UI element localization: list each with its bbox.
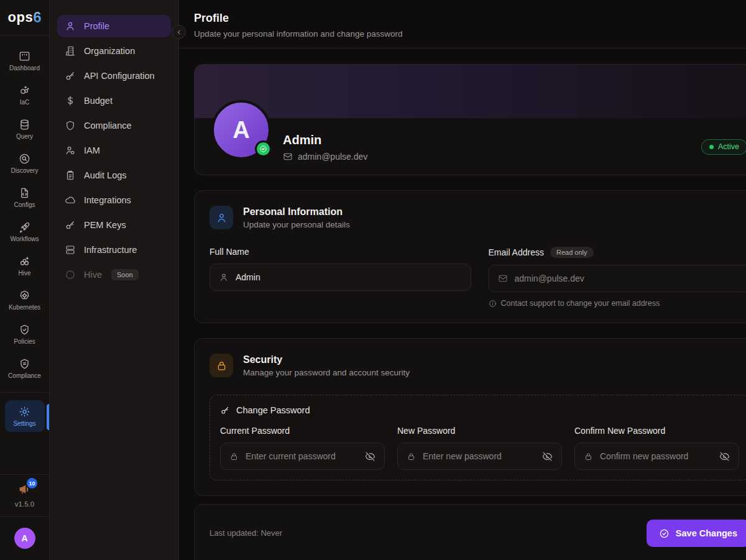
- sidebar-item-hive: Hive Soon: [57, 264, 171, 286]
- sidebar-item-infrastructure[interactable]: Infrastructure: [57, 239, 171, 261]
- logo-glyph: 6: [33, 9, 41, 26]
- key-icon: [65, 219, 76, 231]
- save-changes-button[interactable]: Save Changes: [647, 520, 746, 547]
- sidebar-item-audit-logs[interactable]: Audit Logs: [57, 164, 171, 186]
- sidebar-item-profile[interactable]: Profile: [57, 15, 171, 37]
- rail-item-query[interactable]: Query: [2, 119, 48, 140]
- app-root: ops6 Dashboard IaC Query Discovery Confi…: [0, 0, 746, 560]
- profile-name: Admin: [283, 133, 367, 147]
- search-circle-icon: [19, 153, 30, 165]
- scroll-area: A Admin admin@pulse.dev: [179, 48, 746, 560]
- gear-icon: [19, 406, 30, 418]
- profile-hero-card: A Admin admin@pulse.dev: [194, 64, 746, 175]
- sidebar-item-iam[interactable]: IAM: [57, 139, 171, 162]
- confirm-password-input[interactable]: [600, 451, 712, 461]
- sidebar-item-integrations[interactable]: Integrations: [57, 189, 171, 211]
- shield-check-icon: [19, 324, 30, 336]
- status-dot-icon: [709, 145, 714, 149]
- section-subtitle: Manage your password and account securit…: [243, 368, 410, 377]
- rail-item-settings[interactable]: Settings: [5, 400, 45, 432]
- change-password-box: Change Password Current Password: [210, 395, 746, 480]
- check-icon: [259, 145, 267, 153]
- rail-item-configs[interactable]: Configs: [2, 187, 48, 208]
- user-icon: [219, 272, 229, 282]
- user-avatar[interactable]: A: [14, 528, 35, 549]
- sidebar-item-organization[interactable]: Organization: [57, 40, 171, 62]
- verified-badge: [255, 140, 272, 157]
- notification-count-badge: 10: [27, 478, 37, 489]
- circle-icon: [65, 269, 76, 280]
- rail-item-policies[interactable]: Policies: [2, 324, 48, 345]
- profile-email: admin@pulse.dev: [298, 152, 367, 162]
- dollar-icon: [65, 95, 76, 106]
- confirm-password-field-wrap: [574, 443, 739, 470]
- binoculars-icon: [19, 255, 30, 267]
- eye-off-icon: [719, 451, 730, 462]
- current-password-input[interactable]: [246, 451, 358, 461]
- toggle-new-password-visibility[interactable]: [542, 451, 553, 462]
- icon-rail: ops6 Dashboard IaC Query Discovery Confi…: [0, 0, 50, 560]
- info-icon: [489, 300, 497, 308]
- page-header: Profile Update your personal information…: [179, 0, 746, 48]
- server-icon: [65, 244, 76, 255]
- kubernetes-icon: [19, 290, 30, 301]
- status-badge: Active: [701, 139, 746, 155]
- rail-item-iac[interactable]: IaC: [2, 85, 48, 106]
- rail-item-kubernetes[interactable]: Kubernetes: [2, 290, 48, 311]
- rail-item-compliance[interactable]: Compliance: [2, 358, 48, 379]
- collapse-sidebar-button[interactable]: [172, 25, 186, 39]
- mail-icon: [498, 273, 508, 283]
- section-title: Security: [243, 354, 410, 365]
- mail-icon: [283, 152, 293, 162]
- version-label: v1.5.0: [15, 500, 34, 508]
- key-icon: [220, 405, 230, 415]
- security-icon-tile: [210, 354, 233, 377]
- full-name-field-wrap: [210, 264, 471, 291]
- full-name-input[interactable]: [236, 272, 462, 282]
- lock-icon: [584, 452, 593, 461]
- rail-item-discovery[interactable]: Discovery: [2, 153, 48, 174]
- full-name-label: Full Name: [210, 247, 471, 257]
- section-title: Personal Information: [243, 206, 350, 218]
- profile-avatar: A: [211, 100, 271, 160]
- eye-off-icon: [365, 451, 375, 462]
- rail-item-hive[interactable]: Hive: [2, 255, 48, 277]
- confirm-password-label: Confirm New Password: [574, 426, 739, 436]
- sidebar-item-compliance[interactable]: Compliance: [57, 114, 171, 137]
- check-circle-icon: [659, 528, 670, 539]
- version-block: 10 v1.5.0: [0, 475, 49, 516]
- sidebar-item-budget[interactable]: Budget: [57, 90, 171, 112]
- announcements-button[interactable]: 10: [18, 483, 31, 496]
- sidebar-item-api-configuration[interactable]: API Configuration: [57, 65, 171, 87]
- users-icon: [65, 145, 76, 156]
- main-content: Profile Update your personal information…: [179, 0, 746, 560]
- logo[interactable]: ops6: [0, 0, 49, 35]
- toggle-confirm-password-visibility[interactable]: [719, 451, 730, 462]
- rail-item-dashboard[interactable]: Dashboard: [2, 50, 48, 71]
- lock-icon: [229, 452, 239, 461]
- clipboard-icon: [65, 170, 76, 181]
- change-password-title: Change Password: [236, 405, 310, 415]
- shield-lines-icon: [19, 358, 30, 370]
- active-rail-indicator: [47, 404, 49, 430]
- toggle-current-password-visibility[interactable]: [365, 451, 375, 462]
- current-password-label: Current Password: [220, 426, 385, 436]
- new-password-input[interactable]: [423, 451, 535, 461]
- save-footer-card: Last updated: Never Save Changes: [194, 504, 746, 560]
- rail-item-workflows[interactable]: Workflows: [2, 221, 48, 242]
- database-icon: [19, 119, 30, 131]
- sidebar-item-pem-keys[interactable]: PEM Keys: [57, 214, 171, 236]
- email-field-wrap: [489, 265, 746, 292]
- logo-text: ops: [8, 9, 34, 25]
- new-password-label: New Password: [397, 426, 562, 436]
- section-subtitle: Update your personal details: [243, 220, 350, 229]
- iac-icon: [19, 85, 30, 96]
- new-password-field-wrap: [397, 443, 562, 470]
- personal-info-icon-tile: [210, 206, 233, 229]
- personal-information-card: Personal Information Update your persona…: [194, 190, 746, 323]
- soon-badge: Soon: [111, 269, 139, 280]
- chevron-left-icon: [176, 29, 182, 35]
- lock-icon: [407, 452, 416, 461]
- eye-off-icon: [542, 451, 553, 462]
- key-icon: [65, 70, 76, 81]
